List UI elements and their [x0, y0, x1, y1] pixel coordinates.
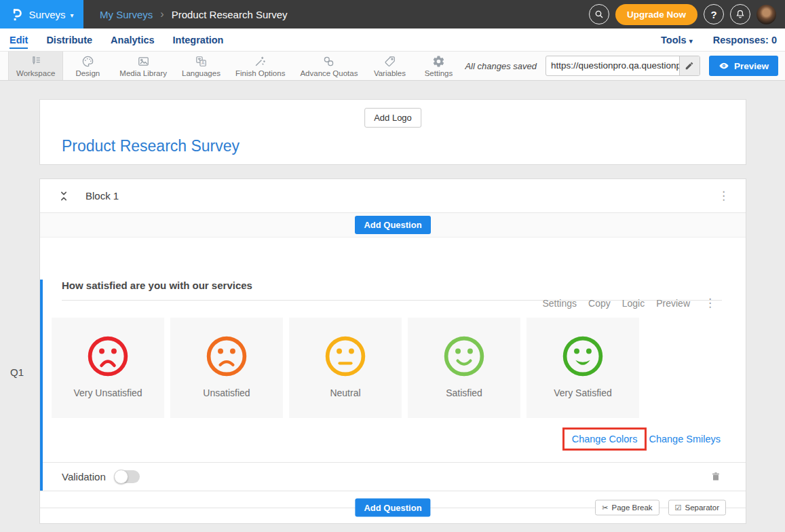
questionpro-logo-icon [9, 7, 24, 22]
neutral-smiley-icon [323, 334, 368, 379]
chevron-down-icon: ▾ [689, 37, 693, 45]
validation-label: Validation [62, 471, 106, 482]
validation-toggle[interactable] [115, 470, 140, 483]
ribbon-items: Workspace Design Media Library A Languag… [0, 52, 463, 80]
topbar: Surveys ▾ My Surveys › Product Research … [0, 0, 785, 28]
change-smileys-link[interactable]: Change Smileys [649, 434, 721, 444]
preview-button[interactable]: Preview [709, 56, 778, 76]
question-card: SettingsCopyLogicPreview⋮ How satisfied … [40, 280, 746, 491]
notifications-button[interactable] [730, 4, 750, 24]
question-tool-preview[interactable]: Preview [656, 298, 690, 309]
brand-menu-label: Surveys [28, 9, 65, 20]
ribbon-item-advance-quotas[interactable]: Advance Quotas [292, 52, 365, 80]
question-number-label: Q1 [10, 366, 24, 378]
question-kebab-menu[interactable]: ⋮ [702, 296, 719, 310]
frown-smiley-icon [204, 334, 249, 379]
topbar-actions: Upgrade Now ? [589, 4, 776, 25]
checkbox-icon: ☑ [675, 503, 682, 512]
avatar[interactable] [757, 5, 776, 24]
smiley-option[interactable]: Very Unsatisfied [52, 318, 164, 418]
add-logo-button[interactable]: Add Logo [364, 108, 421, 128]
ribbon-item-design[interactable]: Design [63, 52, 112, 80]
wand-icon [254, 55, 267, 68]
add-question-button-top[interactable]: Add Question [355, 216, 430, 234]
question-text[interactable]: How satisfied are you with our services [62, 280, 722, 291]
smiley-option[interactable]: Neutral [289, 318, 402, 418]
smile-smiley-icon [442, 334, 486, 379]
validation-row: Validation [40, 462, 746, 491]
smiley-option[interactable]: Unsatisfied [170, 318, 283, 418]
help-button[interactable]: ? [704, 4, 724, 24]
smiley-options: Very Unsatisfied Unsatisfied Neutral Sat… [52, 318, 746, 418]
breadcrumb: My Surveys › Product Research Survey [100, 8, 288, 20]
tag-icon [383, 55, 396, 68]
footer-buttons: ✂ Page Break ☑ Separator [595, 499, 726, 515]
question-links-row: Change Colors Change Smileys [40, 428, 721, 451]
workspace-icon [29, 55, 42, 68]
editor-canvas: Add Logo Product Research Survey Block 1… [0, 81, 785, 524]
block-title[interactable]: Block 1 [85, 190, 119, 202]
change-colors-link[interactable]: Change Colors [572, 434, 638, 444]
smiley-option[interactable]: Satisfied [408, 318, 520, 418]
tab-analytics[interactable]: Analytics [111, 31, 154, 49]
separator-button[interactable]: ☑ Separator [668, 499, 726, 515]
ribbon-item-variables[interactable]: Variables [365, 52, 414, 80]
edit-url-button[interactable] [679, 56, 700, 75]
ribbon-item-languages[interactable]: A Languages [174, 52, 228, 80]
ribbon-item-media-library[interactable]: Media Library [112, 52, 174, 80]
tab-edit[interactable]: Edit [9, 31, 28, 49]
brand-menu[interactable]: Surveys ▾ [0, 0, 83, 28]
trash-icon [710, 471, 721, 482]
ribbon-item-settings[interactable]: Settings [414, 52, 463, 80]
survey-header-card: Add Logo Product Research Survey [39, 99, 746, 165]
block-header: Block 1 ⋮ [40, 179, 746, 213]
collapse-block-button[interactable] [58, 191, 69, 202]
smile-open-smiley-icon [560, 334, 605, 379]
tools-menu[interactable]: Tools ▾ [661, 35, 693, 45]
collapse-icon [58, 191, 69, 202]
question-tool-copy[interactable]: Copy [588, 298, 611, 309]
block-card: Block 1 ⋮ Add Question SettingsCopyLogic… [39, 178, 746, 524]
ribbon-item-workspace[interactable]: Workspace [8, 52, 63, 80]
add-question-button-bottom[interactable]: Add Question [355, 498, 430, 516]
subnav-right: Tools ▾ Responses: 0 [661, 35, 777, 45]
scissors-icon: ✂ [602, 503, 608, 512]
breadcrumb-parent[interactable]: My Surveys [100, 9, 153, 20]
upgrade-now-button[interactable]: Upgrade Now [615, 4, 697, 25]
ribbon-item-finish-options[interactable]: Finish Options [228, 52, 293, 80]
pencil-icon [685, 61, 694, 71]
bell-icon [735, 9, 746, 20]
gear-icon [432, 55, 445, 68]
search-icon [594, 9, 605, 20]
breadcrumb-separator-icon: › [160, 8, 164, 20]
ribbon-toolbar: Workspace Design Media Library A Languag… [0, 51, 785, 81]
subnav: EditDistributeAnalyticsIntegration Tools… [0, 28, 785, 51]
survey-title[interactable]: Product Research Survey [62, 137, 240, 155]
delete-question-button[interactable] [710, 471, 721, 482]
question-tool-settings[interactable]: Settings [542, 298, 577, 309]
toggle-knob [114, 470, 128, 484]
palette-icon [81, 55, 94, 68]
frown-deep-smiley-icon [85, 334, 130, 379]
save-status: All changes saved [465, 61, 537, 71]
survey-url-field[interactable]: https://questionpro.qa.questionp [545, 56, 700, 76]
media-library-icon [137, 55, 150, 68]
search-button[interactable] [589, 4, 609, 24]
tab-integration[interactable]: Integration [173, 31, 224, 49]
subnav-tabs: EditDistributeAnalyticsIntegration [9, 31, 223, 49]
block-kebab-menu[interactable]: ⋮ [715, 189, 732, 203]
responses-count[interactable]: Responses: 0 [713, 35, 777, 45]
smiley-option[interactable]: Very Satisfied [526, 318, 639, 418]
add-question-row-top: Add Question [40, 213, 746, 238]
breadcrumb-current: Product Research Survey [172, 9, 288, 20]
block-footer: Add Question ✂ Page Break ☑ Separator [40, 491, 746, 523]
page-break-button[interactable]: ✂ Page Break [595, 499, 659, 515]
chevron-down-icon: ▾ [71, 12, 74, 19]
question-mark-icon: ? [710, 9, 716, 20]
change-colors-highlight-box: Change Colors [562, 428, 647, 451]
question-toolbar: SettingsCopyLogicPreview⋮ [542, 296, 719, 310]
ribbon-right: All changes saved https://questionpro.qa… [465, 52, 785, 80]
question-tool-logic[interactable]: Logic [622, 298, 645, 309]
languages-icon: A [195, 55, 208, 68]
tab-distribute[interactable]: Distribute [46, 31, 92, 49]
